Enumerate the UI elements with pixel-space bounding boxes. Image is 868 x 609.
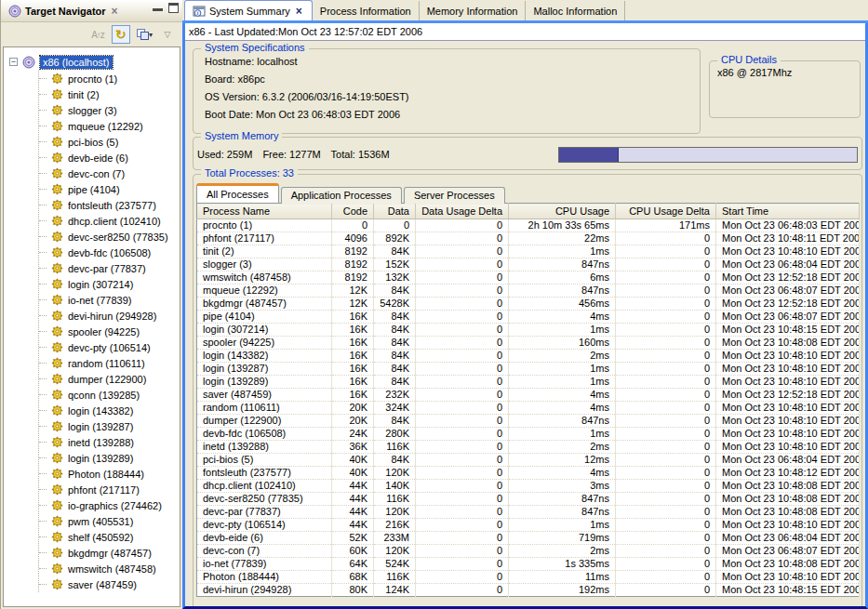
tree-root-item[interactable]: − x86 (localhost) bbox=[4, 53, 180, 71]
table-row[interactable]: spooler (94225)16K84K0160ms0Mon Oct 23 1… bbox=[197, 337, 860, 350]
tree-item[interactable]: qconn (139285) bbox=[39, 387, 180, 403]
tree-item[interactable]: devc-par (77837) bbox=[39, 260, 180, 276]
table-row[interactable]: login (139287)16K84K01ms0Mon Oct 23 10:4… bbox=[197, 363, 860, 376]
tree-item[interactable]: login (139287) bbox=[39, 418, 180, 434]
tree-item[interactable]: fontsleuth (237577) bbox=[39, 197, 180, 213]
tree-item[interactable]: io-net (77839) bbox=[39, 292, 180, 308]
table-row[interactable]: phfont (217117)4096892K022ms0Mon Oct 23 … bbox=[197, 232, 860, 245]
target-navigator-panel: Target Navigator × A↑z ↻ ▾ ▽ − bbox=[0, 0, 182, 609]
tree-item[interactable]: spooler (94225) bbox=[39, 324, 180, 339]
tree-item[interactable]: procnto (1) bbox=[39, 71, 180, 86]
tree-item[interactable]: login (143382) bbox=[39, 403, 180, 418]
tree-item[interactable]: tinit (2) bbox=[39, 86, 180, 102]
close-icon[interactable]: × bbox=[294, 5, 304, 18]
reconnect-icon[interactable]: ▾ bbox=[135, 25, 154, 44]
tree-connector bbox=[39, 173, 47, 174]
table-row[interactable]: devc-par (77837)44K120K0847ns0Mon Oct 23… bbox=[197, 506, 860, 519]
table-row[interactable]: mqueue (12292)12K84K0847ns0Mon Oct 23 06… bbox=[197, 285, 860, 298]
table-row[interactable]: fontsleuth (237577)40K120K04ms0Mon Oct 2… bbox=[197, 467, 860, 480]
tree-item-label: spooler (94225) bbox=[68, 326, 140, 338]
table-row[interactable]: io-net (77839)64K524K01s 335ms0Mon Oct 2… bbox=[197, 558, 860, 571]
table-row[interactable]: devc-con (7)60K120K02ms0Mon Oct 23 06:48… bbox=[197, 545, 860, 558]
tree-item[interactable]: devc-ser8250 (77835) bbox=[39, 229, 180, 245]
column-header-data[interactable]: Data bbox=[374, 204, 416, 219]
tree-item[interactable]: devb-fdc (106508) bbox=[39, 245, 180, 260]
tree-root-label[interactable]: x86 (localhost) bbox=[40, 56, 113, 69]
table-row[interactable]: Photon (188444)68K116K011ms0Mon Oct 23 1… bbox=[197, 571, 860, 584]
tab-application-processes[interactable]: Application Processes bbox=[281, 187, 402, 204]
table-cell: Mon Oct 23 06:48:04 EDT 2006 bbox=[716, 454, 860, 467]
view-menu-icon[interactable]: ▽ bbox=[158, 25, 177, 44]
column-header-cpu-usage-delta[interactable]: CPU Usage Delta bbox=[616, 204, 716, 219]
tree-item[interactable]: pci-bios (5) bbox=[39, 134, 180, 150]
maximize-icon[interactable] bbox=[168, 3, 179, 13]
tree-item[interactable]: io-graphics (274462) bbox=[39, 497, 180, 513]
table-cell: Mon Oct 23 10:48:10 EDT 2006 bbox=[716, 415, 860, 428]
tree-item[interactable]: login (139289) bbox=[39, 450, 180, 466]
column-header-code[interactable]: Code bbox=[332, 204, 374, 219]
table-row[interactable]: login (143382)16K84K02ms0Mon Oct 23 10:4… bbox=[197, 350, 860, 363]
tree-item[interactable]: devi-hirun (294928) bbox=[39, 308, 180, 324]
table-row[interactable]: saver (487459)16K232K04ms0Mon Oct 23 12:… bbox=[197, 389, 860, 402]
column-header-process-name[interactable]: Process Name bbox=[197, 204, 332, 219]
tree-item[interactable]: login (307214) bbox=[39, 276, 180, 292]
tree-item[interactable]: slogger (3) bbox=[39, 102, 180, 118]
tree-item[interactable]: inetd (139288) bbox=[39, 434, 180, 450]
table-row[interactable]: pipe (4104)16K84K04ms0Mon Oct 23 06:48:0… bbox=[197, 311, 860, 324]
table-row[interactable]: dumper (122900)20K84K0847ns0Mon Oct 23 1… bbox=[197, 415, 860, 428]
table-row[interactable]: bkgdmgr (487457)12K5428K0456ms0Mon Oct 2… bbox=[197, 298, 860, 311]
tree-item[interactable]: bkgdmgr (487457) bbox=[39, 545, 180, 561]
table-cell: 0 bbox=[616, 441, 716, 454]
close-icon[interactable]: × bbox=[110, 5, 120, 18]
tab-memory-information[interactable]: Memory Information bbox=[420, 1, 527, 20]
table-cell: Mon Oct 23 10:48:11 EDT 2006 bbox=[716, 232, 860, 245]
tree-item[interactable]: random (110611) bbox=[39, 355, 180, 371]
table-row[interactable]: devc-ser8250 (77835)44K116K0847ns0Mon Oc… bbox=[197, 493, 860, 506]
tree-item[interactable]: pipe (4104) bbox=[39, 181, 180, 197]
table-row[interactable]: procnto (1)0002h 10m 33s 65ms171msMon Oc… bbox=[197, 219, 860, 232]
table-row[interactable]: random (110611)20K324K04ms0Mon Oct 23 10… bbox=[197, 402, 860, 415]
minimize-icon[interactable] bbox=[153, 3, 163, 11]
tree-item[interactable]: dhcp.client (102410) bbox=[39, 213, 180, 229]
tree-item[interactable]: pwm (405531) bbox=[39, 513, 180, 529]
table-row[interactable]: devc-pty (106514)44K216K01ms0Mon Oct 23 … bbox=[197, 519, 860, 532]
table-cell: Mon Oct 23 06:48:04 EDT 2006 bbox=[716, 532, 860, 545]
column-header-start-time[interactable]: Start Time bbox=[716, 204, 860, 219]
table-cell: 40K bbox=[332, 454, 374, 467]
table-row[interactable]: devb-fdc (106508)24K280K01ms0Mon Oct 23 … bbox=[197, 428, 860, 441]
tree-item[interactable]: mqueue (12292) bbox=[39, 118, 180, 134]
tree-item[interactable]: phfont (217117) bbox=[39, 482, 180, 497]
tab-server-processes[interactable]: Server Processes bbox=[404, 187, 505, 204]
table-row[interactable]: tinit (2)819284K01ms0Mon Oct 23 10:48:10… bbox=[197, 245, 860, 258]
column-header-data-usage-delta[interactable]: Data Usage Delta bbox=[416, 204, 509, 219]
tree-item[interactable]: wmswitch (487458) bbox=[39, 561, 180, 576]
tree-item[interactable]: shelf (450592) bbox=[39, 529, 180, 545]
tab-all-processes[interactable]: All Processes bbox=[196, 183, 279, 203]
tree-item[interactable]: saver (487459) bbox=[39, 576, 180, 592]
column-header-cpu-usage[interactable]: CPU Usage bbox=[509, 204, 616, 219]
table-row[interactable]: login (307214)16K84K01ms0Mon Oct 23 10:4… bbox=[197, 324, 860, 337]
table-row[interactable]: login (139289)16K84K01ms0Mon Oct 23 10:4… bbox=[197, 376, 860, 389]
tree-item[interactable]: devc-pty (106514) bbox=[39, 339, 180, 355]
table-row[interactable]: inetd (139288)36K116K02ms0Mon Oct 23 10:… bbox=[197, 441, 860, 454]
table-cell: 84K bbox=[374, 415, 416, 428]
tree-item[interactable]: devc-con (7) bbox=[39, 165, 180, 181]
table-row[interactable]: dhcp.client (102410)44K140K03ms0Mon Oct … bbox=[197, 480, 860, 493]
tab-process-information[interactable]: Process Information bbox=[313, 1, 420, 20]
tree-item[interactable]: devb-eide (6) bbox=[39, 150, 180, 165]
tree-connector bbox=[39, 410, 47, 411]
tree-collapse-icon[interactable]: − bbox=[9, 58, 18, 66]
table-row[interactable]: pci-bios (5)40K84K012ms0Mon Oct 23 06:48… bbox=[197, 454, 860, 467]
tab-system-summary[interactable]: i System Summary × bbox=[184, 0, 313, 20]
tab-malloc-information[interactable]: Malloc Information bbox=[526, 1, 625, 20]
table-row[interactable]: wmswitch (487458)8192132K06ms0Mon Oct 23… bbox=[197, 271, 860, 285]
table-cell: 24K bbox=[332, 428, 374, 441]
tree-item[interactable]: dumper (122900) bbox=[39, 371, 180, 387]
tab-target-navigator[interactable]: Target Navigator × bbox=[5, 3, 124, 20]
table-row[interactable]: devi-hirun (294928)80K124K0192ms0Mon Oct… bbox=[197, 584, 860, 597]
table-row[interactable]: slogger (3)8192152K0847ns0Mon Oct 23 06:… bbox=[197, 258, 860, 271]
table-row[interactable]: devb-eide (6)52K233M0719ms0Mon Oct 23 06… bbox=[197, 532, 860, 545]
refresh-icon[interactable]: ↻ bbox=[112, 25, 130, 44]
tree-item[interactable]: Photon (188444) bbox=[39, 466, 180, 482]
sort-az-icon[interactable]: A↑z bbox=[88, 25, 107, 44]
